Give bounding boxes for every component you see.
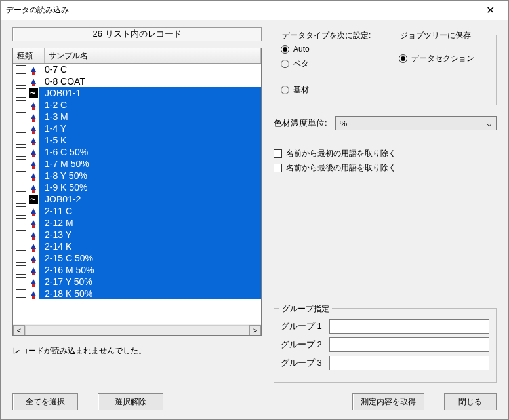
- row-checkbox[interactable]: [16, 289, 26, 298]
- radio-label: データセクション: [411, 53, 474, 64]
- row-checkbox[interactable]: [16, 159, 26, 168]
- group-row: グループ 3: [281, 356, 489, 370]
- col-name-header[interactable]: サンプル名: [45, 48, 261, 63]
- table-row[interactable]: 2-13 Y: [13, 229, 261, 240]
- group-row: グループ 1: [281, 319, 489, 334]
- row-type-icon: [28, 217, 39, 229]
- row-type-icon: [28, 170, 39, 181]
- row-checkbox[interactable]: [16, 77, 26, 86]
- table-row[interactable]: 1-7 M 50%: [13, 158, 261, 170]
- row-type-icon: [28, 64, 39, 75]
- row-checkbox[interactable]: [16, 136, 26, 145]
- radio-label: ベタ: [293, 58, 309, 69]
- row-checkbox[interactable]: [16, 171, 26, 180]
- row-type-icon: [28, 75, 39, 87]
- sample-name: 2-15 C 50%: [39, 252, 261, 264]
- table-row[interactable]: 2-14 K: [13, 240, 261, 252]
- strip-first-checkbox[interactable]: 名前から最初の用語を取り除く: [274, 146, 497, 161]
- row-type-icon: [28, 229, 39, 240]
- table-row[interactable]: 1-5 K: [13, 134, 261, 146]
- table-row[interactable]: 1-4 Y: [13, 123, 261, 134]
- sample-name: 1-5 K: [39, 134, 261, 146]
- row-type-icon: [28, 181, 39, 193]
- sample-name: 1-6 C 50%: [39, 146, 261, 158]
- horizontal-scrollbar[interactable]: < >: [13, 324, 261, 335]
- scroll-track[interactable]: [25, 325, 249, 335]
- radio-icon: [281, 45, 289, 54]
- row-checkbox[interactable]: [16, 147, 26, 157]
- data-type-legend: データタイプを次に設定:: [279, 30, 373, 41]
- row-checkbox[interactable]: [16, 218, 26, 227]
- sample-name: 1-3 M: [39, 111, 261, 123]
- scroll-left-arrow-icon[interactable]: <: [13, 325, 25, 335]
- data-type-group: データタイプを次に設定: Autoベタ基材: [274, 35, 378, 105]
- get-measurement-button[interactable]: 測定内容を取得: [352, 393, 424, 410]
- table-row[interactable]: 2-17 Y 50%: [13, 276, 261, 288]
- select-all-button[interactable]: 全てを選択: [12, 393, 78, 410]
- table-row[interactable]: JOB01-2: [13, 193, 261, 205]
- row-checkbox[interactable]: [16, 242, 26, 251]
- row-type-icon: [28, 123, 39, 134]
- unit-value: %: [340, 119, 348, 128]
- save-location-radio[interactable]: データセクション: [399, 51, 489, 66]
- checkbox-icon: [274, 149, 282, 158]
- strip-last-label: 名前から最後の用語を取り除く: [286, 162, 396, 174]
- sample-name: 1-9 K 50%: [39, 181, 261, 193]
- row-checkbox[interactable]: [16, 124, 26, 133]
- strip-last-checkbox[interactable]: 名前から最後の用語を取り除く: [274, 161, 497, 175]
- row-checkbox[interactable]: [16, 100, 26, 109]
- sample-name: 1-2 C: [39, 99, 261, 111]
- table-row[interactable]: 0-7 C: [13, 64, 261, 75]
- row-checkbox[interactable]: [16, 230, 26, 239]
- row-checkbox[interactable]: [16, 277, 26, 286]
- close-button[interactable]: 閉じる: [444, 393, 497, 410]
- row-type-icon: [28, 158, 39, 170]
- row-checkbox[interactable]: [16, 254, 26, 263]
- table-row[interactable]: 1-6 C 50%: [13, 146, 261, 158]
- sample-name: 2-16 M 50%: [39, 264, 261, 276]
- table-row[interactable]: 1-9 K 50%: [13, 181, 261, 193]
- table-row[interactable]: JOB01-1: [13, 87, 261, 99]
- data-type-radio[interactable]: ベタ: [281, 56, 371, 71]
- row-type-icon: [28, 264, 39, 276]
- data-type-radio[interactable]: 基材: [281, 83, 371, 97]
- table-row[interactable]: 2-18 K 50%: [13, 288, 261, 299]
- row-checkbox[interactable]: [16, 88, 26, 98]
- row-type-icon: [28, 111, 39, 123]
- group-input[interactable]: [329, 319, 489, 334]
- col-type-header[interactable]: 種類: [13, 48, 45, 63]
- table-row[interactable]: 1-8 Y 50%: [13, 170, 261, 181]
- row-checkbox[interactable]: [16, 265, 26, 275]
- list-body: 0-7 C0-8 COATJOB01-11-2 C1-3 M1-4 Y1-5 K…: [13, 64, 261, 324]
- group-input[interactable]: [329, 356, 489, 370]
- sample-name: JOB01-2: [39, 193, 261, 205]
- table-row[interactable]: 1-2 C: [13, 99, 261, 111]
- row-checkbox[interactable]: [16, 183, 26, 192]
- table-row[interactable]: 0-8 COAT: [13, 75, 261, 87]
- table-row[interactable]: 2-12 M: [13, 217, 261, 229]
- table-row[interactable]: 2-16 M 50%: [13, 264, 261, 276]
- unit-dropdown[interactable]: % ⌵: [335, 116, 497, 130]
- right-column: データタイプを次に設定: Autoベタ基材 ジョブツリーに保存 データセクション…: [274, 27, 497, 385]
- save-group-legend: ジョブツリーに保存: [397, 30, 474, 41]
- table-row[interactable]: 2-15 C 50%: [13, 252, 261, 264]
- group-input[interactable]: [329, 337, 489, 352]
- close-icon[interactable]: ✕: [477, 1, 503, 20]
- data-type-radio[interactable]: Auto: [281, 42, 371, 56]
- group-label: グループ 2: [281, 339, 323, 351]
- radio-label: 基材: [293, 85, 309, 96]
- list-header: 種類 サンプル名: [13, 48, 261, 64]
- row-checkbox[interactable]: [16, 112, 26, 121]
- scroll-right-arrow-icon[interactable]: >: [249, 325, 261, 335]
- bottom-bar: 全てを選択 選択解除 測定内容を取得 閉じる: [1, 389, 508, 419]
- row-type-icon: [28, 252, 39, 264]
- row-type-icon: [28, 276, 39, 288]
- sample-name: 0-8 COAT: [39, 75, 261, 87]
- table-row[interactable]: 1-3 M: [13, 111, 261, 123]
- row-checkbox[interactable]: [16, 65, 26, 74]
- row-type-icon: [28, 240, 39, 252]
- table-row[interactable]: 2-11 C: [13, 205, 261, 217]
- row-checkbox[interactable]: [16, 195, 26, 204]
- row-checkbox[interactable]: [16, 206, 26, 216]
- deselect-button[interactable]: 選択解除: [98, 393, 163, 410]
